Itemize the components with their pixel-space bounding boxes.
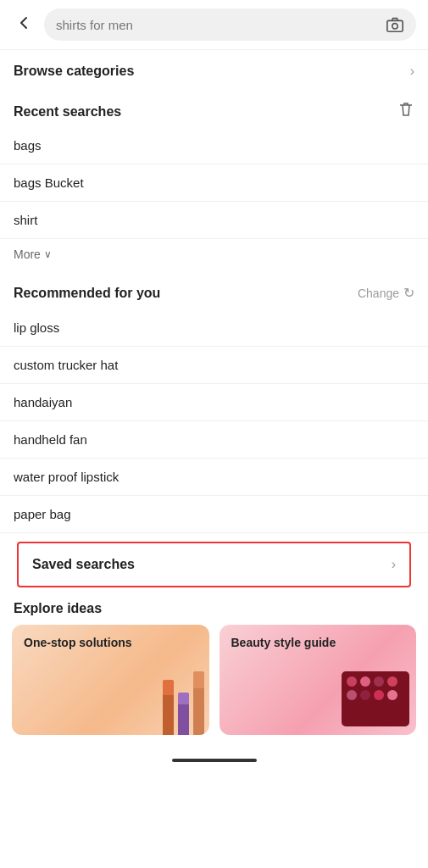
browse-categories-label: Browse categories xyxy=(14,64,134,79)
explore-grid: One-stop solutions Beauty style guide xyxy=(0,625,428,752)
more-button[interactable]: More ∨ xyxy=(0,239,428,273)
svg-point-1 xyxy=(392,24,397,29)
top-bar xyxy=(0,0,428,50)
refresh-icon: ↻ xyxy=(403,285,414,301)
card-label-one-stop: One-stop solutions xyxy=(24,635,132,650)
recommended-label: Recommended for you xyxy=(14,286,160,301)
home-indicator xyxy=(172,759,257,762)
svg-rect-0 xyxy=(387,20,403,31)
saved-searches-chevron: › xyxy=(392,557,396,572)
recommended-item[interactable]: handaiyan xyxy=(0,384,428,421)
recent-search-item[interactable]: shirt xyxy=(0,202,428,239)
recent-searches-header: Recent searches xyxy=(0,87,428,127)
recommended-header: Recommended for you Change ↻ xyxy=(0,273,428,309)
recommended-item[interactable]: lip gloss xyxy=(0,309,428,347)
change-label: Change xyxy=(358,287,399,300)
camera-icon[interactable] xyxy=(386,15,404,34)
change-button[interactable]: Change ↻ xyxy=(358,285,414,301)
saved-searches-label: Saved searches xyxy=(32,557,135,572)
delete-recent-button[interactable] xyxy=(397,101,414,122)
recent-search-item[interactable]: bags xyxy=(0,127,428,164)
explore-card-beauty[interactable]: Beauty style guide xyxy=(220,625,417,735)
more-label: More xyxy=(14,248,41,261)
recommended-item[interactable]: paper bag xyxy=(0,496,428,533)
recommended-item[interactable]: handheld fan xyxy=(0,421,428,459)
card-label-beauty: Beauty style guide xyxy=(231,635,336,650)
browse-categories-chevron: › xyxy=(410,64,414,79)
chevron-down-icon: ∨ xyxy=(44,248,52,260)
recent-search-item[interactable]: bags Bucket xyxy=(0,164,428,202)
back-button[interactable] xyxy=(12,11,36,39)
recommended-item[interactable]: custom trucker hat xyxy=(0,347,428,384)
home-indicator-container xyxy=(0,752,428,771)
browse-categories-row[interactable]: Browse categories › xyxy=(0,50,428,87)
recent-searches-label: Recent searches xyxy=(14,104,121,120)
explore-card-one-stop[interactable]: One-stop solutions xyxy=(12,625,209,735)
saved-searches-row[interactable]: Saved searches › xyxy=(17,542,411,587)
search-bar[interactable] xyxy=(44,8,416,41)
explore-ideas-title: Explore ideas xyxy=(0,587,428,625)
recommended-item[interactable]: water proof lipstick xyxy=(0,459,428,496)
saved-searches-container: Saved searches › xyxy=(0,533,428,587)
search-input[interactable] xyxy=(56,18,386,32)
